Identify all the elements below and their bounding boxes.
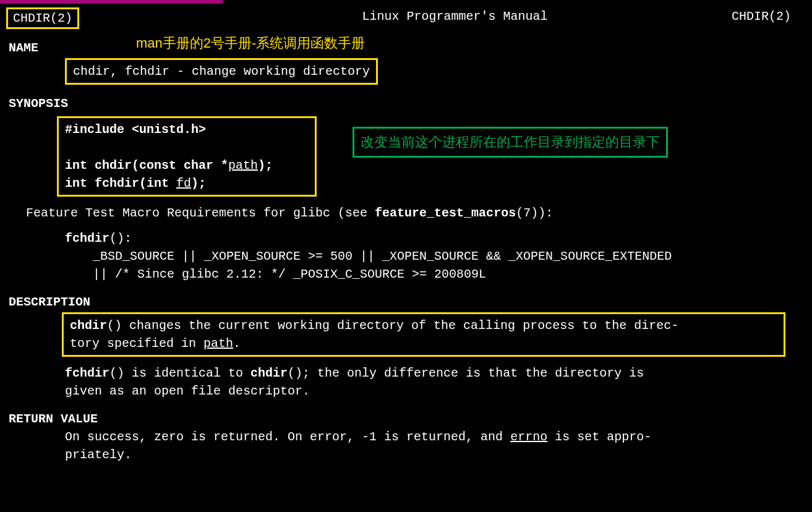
section-description-heading: DESCRIPTION (0, 293, 812, 311)
return-value-text: On success, zero is returned. On error, … (65, 428, 788, 464)
feature-test-intro: Feature Test Macro Requirements for glib… (0, 204, 812, 222)
description-chdir-box: chdir() changes the current working dire… (62, 312, 785, 357)
section-name-heading: NAME (0, 39, 812, 57)
feature-test-line1: _BSD_SOURCE || _XOPEN_SOURCE >= 500 || _… (0, 247, 812, 265)
synopsis-box: #include <unistd.h> int chdir(const char… (57, 116, 317, 197)
section-synopsis-heading: SYNOPSIS (0, 95, 812, 113)
description-fchdir: fchdir() is identical to chdir(); the on… (65, 364, 788, 400)
manpage-title: Linux Programmer's Manual (362, 7, 547, 29)
synopsis-proto-chdir: int chdir(const char *path); (65, 156, 309, 174)
section-return-heading: RETURN VALUE (0, 410, 812, 428)
synopsis-include: #include <unistd.h> (65, 122, 206, 137)
feature-test-line2: || /* Since glibc 2.12: */ _POSIX_C_SOUR… (0, 265, 812, 283)
manpage-header: CHDIR(2) Linux Programmer's Manual CHDIR… (0, 4, 812, 29)
annotation-manual-section: man手册的2号手册-系统调用函数手册 (136, 33, 365, 53)
feature-test-func: fchdir(): (0, 229, 812, 247)
annotation-description-cn: 改变当前这个进程所在的工作目录到指定的目录下 (353, 127, 668, 158)
manpage-ref-left: CHDIR(2) (6, 7, 79, 29)
name-text: chdir, fchdir - change working directory (65, 58, 378, 85)
manpage-ref-right: CHDIR(2) (732, 7, 791, 29)
synopsis-proto-fchdir: int fchdir(int fd); (65, 174, 309, 192)
